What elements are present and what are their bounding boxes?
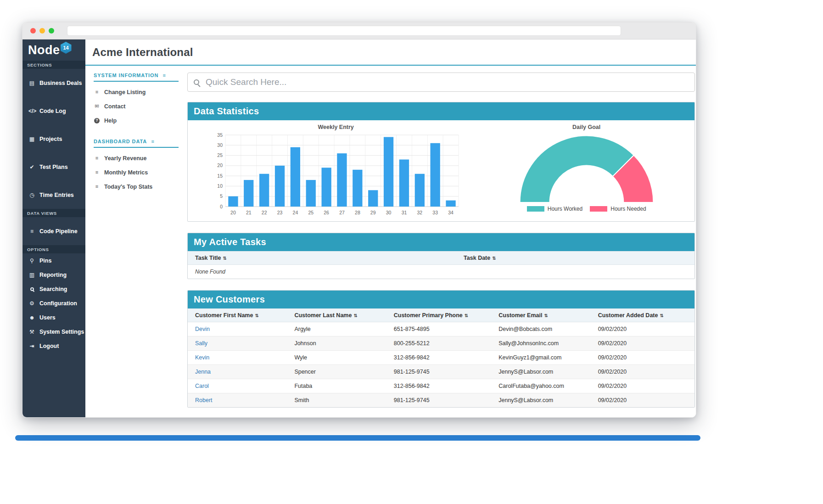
legend-item-hours-worked[interactable]: Hours Worked xyxy=(527,206,582,212)
pipeline-icon: ≡ xyxy=(28,229,35,234)
address-bar[interactable] xyxy=(67,26,621,36)
pin-icon: ⚲ xyxy=(28,258,35,263)
column-header-task-title[interactable]: Task Title⇅ xyxy=(188,252,456,265)
subnav-item-today-s-top-stats[interactable]: ≡Today's Top Stats xyxy=(94,179,186,194)
customer-first-name-link[interactable]: Kevin xyxy=(195,354,209,361)
app-logo[interactable]: Node 14 xyxy=(22,39,85,61)
svg-text:0: 0 xyxy=(220,204,223,209)
svg-text:34: 34 xyxy=(448,210,453,215)
column-header-customer-first-name[interactable]: Customer First Name⇅ xyxy=(188,309,287,322)
cell-customer-first-name: Jenna xyxy=(188,365,287,379)
cell-customer-first-name: Sally xyxy=(188,336,287,351)
users-icon: ☻ xyxy=(28,315,35,320)
logo-badge-number: 14 xyxy=(63,45,68,50)
svg-text:25: 25 xyxy=(308,210,314,215)
subnav-item-label: Change Listing xyxy=(104,89,146,95)
sidebar-item-reporting[interactable]: ▥Reporting xyxy=(22,268,85,282)
svg-text:28: 28 xyxy=(355,210,360,215)
browser-titlebar xyxy=(22,22,696,39)
sidebar-item-label: Logout xyxy=(39,343,59,349)
customer-first-name-link[interactable]: Robert xyxy=(195,397,213,403)
sidebar-item-configuration[interactable]: ⚙Configuration xyxy=(22,296,85,310)
subnav-group-dashboard-data: DASHBOARD DATA≡≡Yearly Revenue≡Monthly M… xyxy=(94,139,186,194)
mail-icon: ✉ xyxy=(94,104,100,109)
legend-label: Hours Needed xyxy=(610,206,646,212)
cell-customer-added-date: 09/02/2020 xyxy=(591,365,694,379)
svg-text:22: 22 xyxy=(262,210,267,215)
subnav-item-yearly-revenue[interactable]: ≡Yearly Revenue xyxy=(94,151,186,165)
sort-icon: ⇅ xyxy=(223,256,227,261)
briefcase-icon: ▤ xyxy=(28,80,35,86)
column-header-label: Customer Primary Phone xyxy=(394,312,463,319)
svg-text:24: 24 xyxy=(292,210,298,215)
subnav-group-system-information: SYSTEM INFORMATION≡≡Change Listing✉Conta… xyxy=(94,73,186,128)
legend-item-hours-needed[interactable]: Hours Needed xyxy=(590,206,646,212)
cell-customer-email: JennyS@Labsor.com xyxy=(491,393,590,408)
sidebar-item-label: Pins xyxy=(39,258,51,264)
svg-text:35: 35 xyxy=(217,132,223,138)
subnav-heading-system-information: SYSTEM INFORMATION≡ xyxy=(94,73,179,82)
column-header-customer-added-date[interactable]: Customer Added Date⇅ xyxy=(591,309,694,322)
subnav-item-label: Contact xyxy=(104,103,126,110)
sidebar-item-logout[interactable]: ⇥Logout xyxy=(22,339,85,353)
cell-customer-last-name: Futaba xyxy=(287,379,386,393)
donut-chart-title: Daily Goal xyxy=(572,124,600,130)
sidebar-item-searching[interactable]: Searching xyxy=(22,282,85,296)
sidebar-item-system-settings[interactable]: ⚒System Settings xyxy=(22,325,85,339)
sidebar-item-code-log[interactable]: </>Code Log xyxy=(22,97,85,125)
cell-customer-first-name: Kevin xyxy=(188,351,287,365)
clock-icon: ◷ xyxy=(28,192,35,198)
cell-customer-last-name: Johnson xyxy=(287,336,386,351)
sidebar-item-code-pipeline[interactable]: ≡Code Pipeline xyxy=(22,217,85,245)
sidebar-item-business-deals[interactable]: ▤Business Deals xyxy=(22,69,85,97)
sidebar-item-time-entries[interactable]: ◷Time Entries xyxy=(22,181,85,209)
subnav-item-monthly-metrics[interactable]: ≡Monthly Metrics xyxy=(94,165,186,179)
column-header-task-date[interactable]: Task Date⇅ xyxy=(456,252,694,265)
column-header-customer-last-name[interactable]: Customer Last Name⇅ xyxy=(287,309,386,322)
sort-icon: ⇅ xyxy=(353,313,357,318)
minimize-window-button[interactable] xyxy=(39,28,45,34)
cell-customer-primary-phone: 981-125-9745 xyxy=(386,365,492,379)
search-input[interactable] xyxy=(205,77,689,88)
footer-accent-bar xyxy=(15,435,700,441)
sidebar-section-heading-data-views: DATA VIEWS xyxy=(22,209,85,217)
close-window-button[interactable] xyxy=(30,28,36,34)
svg-text:33: 33 xyxy=(432,210,438,215)
quick-search-box xyxy=(187,73,695,92)
list-icon: ≡ xyxy=(94,90,100,95)
cell-customer-email: Devin@Bobcats.com xyxy=(491,322,590,336)
search-icon xyxy=(194,79,199,85)
weekly-entry-bar-chart: 0510152025303520212223242526272829303132… xyxy=(211,131,461,218)
subnav-heading-label: SYSTEM INFORMATION xyxy=(94,73,158,78)
cell-customer-first-name: Devin xyxy=(188,322,287,336)
column-header-label: Customer Email xyxy=(498,312,542,319)
sort-icon: ⇅ xyxy=(465,313,468,318)
main-content: Data Statistics Weekly Entry 05101520253… xyxy=(186,66,696,417)
cell-customer-primary-phone: 651-875-4895 xyxy=(386,322,492,336)
sidebar-item-pins[interactable]: ⚲Pins xyxy=(22,253,85,268)
customer-first-name-link[interactable]: Sally xyxy=(195,340,207,347)
wrench-icon: ⚒ xyxy=(28,329,35,335)
sidebar-item-label: Configuration xyxy=(39,300,77,307)
customer-row: DevinArgyle651-875-4895Devin@Bobcats.com… xyxy=(188,322,694,336)
help-icon: ? xyxy=(94,118,100,123)
sidebar-item-projects[interactable]: ▦Projects xyxy=(22,125,85,153)
subnav-item-contact[interactable]: ✉Contact xyxy=(94,99,186,113)
subnav-item-help[interactable]: ?Help xyxy=(94,113,186,128)
secondary-sidebar: SYSTEM INFORMATION≡≡Change Listing✉Conta… xyxy=(85,66,186,417)
sidebar-item-label: Users xyxy=(39,314,56,321)
logo-text: Node xyxy=(28,44,60,56)
column-header-customer-primary-phone[interactable]: Customer Primary Phone⇅ xyxy=(386,309,492,322)
zoom-window-button[interactable] xyxy=(49,28,54,34)
customer-first-name-link[interactable]: Devin xyxy=(195,326,210,332)
column-header-customer-email[interactable]: Customer Email⇅ xyxy=(491,309,590,322)
sidebar-item-test-plans[interactable]: ✔Test Plans xyxy=(22,153,85,181)
sidebar-item-users[interactable]: ☻Users xyxy=(22,310,85,325)
svg-text:23: 23 xyxy=(277,210,282,215)
sidebar-item-label: Reporting xyxy=(39,272,67,278)
subnav-item-change-listing[interactable]: ≡Change Listing xyxy=(94,85,186,99)
new-customers-title: New Customers xyxy=(188,291,694,308)
customer-first-name-link[interactable]: Jenna xyxy=(195,369,211,375)
sidebar-nav: SECTIONS▤Business Deals</>Code Log▦Proje… xyxy=(22,61,85,353)
customer-first-name-link[interactable]: Carol xyxy=(195,383,209,389)
